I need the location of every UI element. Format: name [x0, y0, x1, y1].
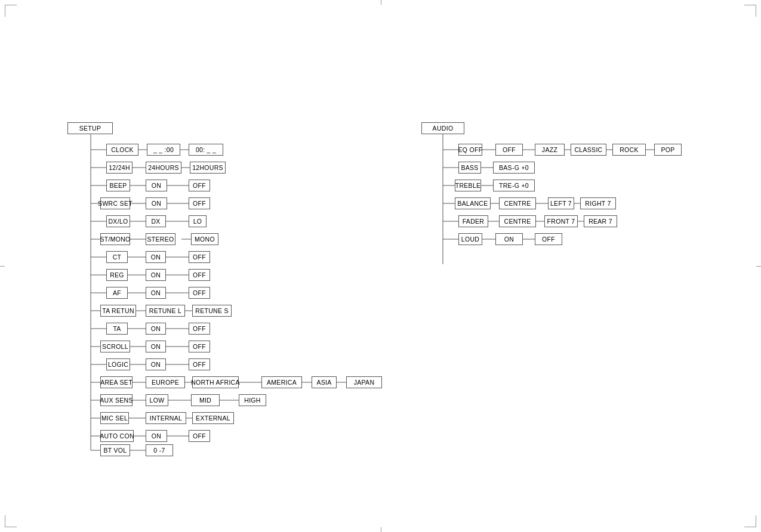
- auxsens-mid: MID: [191, 394, 220, 406]
- logic-label: LOGIC: [106, 358, 130, 370]
- beep-off: OFF: [189, 180, 210, 191]
- swrcset-on: ON: [146, 197, 167, 209]
- auxsens-label: AUX SENS: [100, 394, 133, 406]
- corner-br: [744, 515, 756, 527]
- btvol-label: BT VOL: [100, 444, 130, 456]
- dxlo-lo: LO: [189, 215, 207, 227]
- areaset-nafr: NORTH AFRICA: [192, 376, 239, 388]
- ta-on: ON: [146, 323, 166, 335]
- af-label: AF: [106, 287, 128, 299]
- corner-tr: [744, 5, 756, 17]
- swrcset-label: SWRC SET: [100, 197, 130, 209]
- areaset-asia: ASIA: [312, 376, 337, 388]
- fader-front7: FRONT 7: [544, 215, 578, 227]
- autocon-off: OFF: [189, 430, 210, 442]
- areaset-label: AREA SET: [100, 376, 133, 388]
- 1224h-opt2: 12HOURS: [190, 162, 226, 174]
- clock-opt1: _ _ :00: [147, 144, 180, 156]
- autocon-label: AUTO CON: [100, 430, 134, 442]
- fader-label: FADER: [458, 215, 488, 227]
- treble-val: TRE-G +0: [493, 180, 535, 191]
- btvol-val: 0 -7: [146, 444, 173, 456]
- balance-label: BALANCE: [455, 197, 491, 209]
- clock-opt2: 00: _ _: [189, 144, 223, 156]
- eqoff-classic: CLASSIC: [571, 144, 606, 156]
- loud-on: ON: [495, 233, 523, 245]
- side-left: [0, 266, 5, 267]
- loud-label: LOUD: [458, 233, 482, 245]
- logic-on: ON: [146, 358, 166, 370]
- dxlo-dx: DX: [146, 215, 166, 227]
- eqoff-label: EQ OFF: [458, 144, 482, 156]
- dxlo-label: DX/LO: [106, 215, 130, 227]
- reg-off: OFF: [189, 269, 210, 281]
- eqoff-jazz: JAZZ: [535, 144, 565, 156]
- af-off: OFF: [189, 287, 210, 299]
- diagram: SETUP CLOCK _ _ :00 00: _ _ 12/24H 24HOU…: [0, 0, 761, 532]
- side-right: [756, 266, 761, 267]
- ta-label: TA: [106, 323, 128, 335]
- 1224h-opt1: 24HOURS: [146, 162, 181, 174]
- audio-header: AUDIO: [421, 122, 464, 134]
- scroll-on: ON: [146, 341, 166, 352]
- micsel-label: MIC SEL: [100, 412, 129, 424]
- swrcset-off: OFF: [189, 197, 210, 209]
- stmono-mono: MONO: [191, 233, 218, 245]
- balance-centre: CENTRE: [499, 197, 536, 209]
- treble-label: TREBLE: [455, 180, 481, 191]
- micsel-external: EXTERNAL: [192, 412, 234, 424]
- scroll-label: SCROLL: [100, 341, 130, 352]
- beep-on: ON: [146, 180, 167, 191]
- ct-on: ON: [146, 251, 166, 263]
- taretun-label: TA RETUN: [100, 305, 136, 317]
- bass-label: BASS: [458, 162, 481, 174]
- loud-off: OFF: [535, 233, 562, 245]
- beep-label: BEEP: [106, 180, 130, 191]
- setup-header: SETUP: [67, 122, 113, 134]
- micsel-internal: INTERNAL: [146, 412, 186, 424]
- scroll-off: OFF: [189, 341, 210, 352]
- areaset-america: AMERICA: [261, 376, 302, 388]
- areaset-japan: JAPAN: [346, 376, 382, 388]
- corner-bl: [5, 515, 17, 527]
- af-on: ON: [146, 287, 166, 299]
- taretun-opt1: RETUNE L: [146, 305, 185, 317]
- reg-on: ON: [146, 269, 166, 281]
- corner-tl: [5, 5, 17, 17]
- eqoff-pop: POP: [654, 144, 682, 156]
- side-top: [381, 0, 381, 5]
- ct-label: CT: [106, 251, 128, 263]
- auxsens-high: HIGH: [239, 394, 266, 406]
- balance-left7: LEFT 7: [548, 197, 574, 209]
- areaset-europe: EUROPE: [146, 376, 185, 388]
- eqoff-rock: ROCK: [612, 144, 646, 156]
- fader-rear7: REAR 7: [584, 215, 617, 227]
- ta-off: OFF: [189, 323, 210, 335]
- fader-centre: CENTRE: [499, 215, 536, 227]
- bass-val: BAS-G +0: [493, 162, 535, 174]
- logic-off: OFF: [189, 358, 210, 370]
- auxsens-low: LOW: [146, 394, 168, 406]
- autocon-on: ON: [146, 430, 167, 442]
- stmono-label: ST/MONO: [100, 233, 130, 245]
- side-bottom: [381, 527, 381, 532]
- taretun-opt2: RETUNE S: [192, 305, 232, 317]
- reg-label: REG: [106, 269, 128, 281]
- eqoff-off: OFF: [495, 144, 523, 156]
- balance-right7: RIGHT 7: [580, 197, 616, 209]
- stmono-stereo: STEREO: [146, 233, 175, 245]
- ct-off: OFF: [189, 251, 210, 263]
- clock-label: CLOCK: [106, 144, 138, 156]
- 1224h-label: 12/24H: [106, 162, 133, 174]
